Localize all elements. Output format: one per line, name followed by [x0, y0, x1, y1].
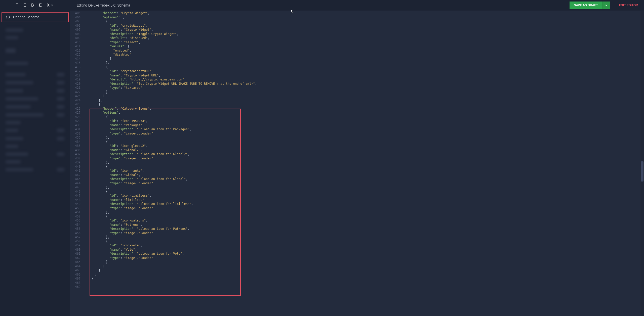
- code-line[interactable]: "description": "Toggle Crypto Widget",: [84, 32, 644, 36]
- code-editor[interactable]: 4034044054064074084094104114124134144154…: [70, 11, 644, 316]
- code-line[interactable]: }: [84, 268, 644, 273]
- code-line[interactable]: "description": "Upload an icon for Packa…: [84, 127, 644, 131]
- code-line[interactable]: },: [84, 98, 644, 103]
- code-line[interactable]: "type": "textarea": [84, 86, 644, 90]
- code-line[interactable]: "default": "https://crypto.nexusdevs.com…: [84, 77, 644, 82]
- code-line[interactable]: "id": "icon-global2",: [84, 144, 644, 148]
- line-number-gutter: 4034044054064074084094104114124134144154…: [70, 11, 83, 316]
- code-line[interactable]: "header": "Category Icons",: [84, 107, 644, 111]
- code-line[interactable]: "id": "cryptoWidgetURL",: [84, 69, 644, 73]
- change-schema-label: Change Schema: [13, 15, 39, 19]
- code-line[interactable]: "name": "Global2",: [84, 148, 644, 152]
- code-line[interactable]: "id": "icon-1950953",: [84, 119, 644, 123]
- code-line[interactable]: "description": "Upload an icon for limit…: [84, 202, 644, 206]
- code-line[interactable]: "name": "Global",: [84, 173, 644, 177]
- topbar: T E B E X™ Editing Deluxe Tebex 5.0: Sch…: [0, 0, 644, 11]
- exit-editor-button[interactable]: EXIT EDITOR: [613, 2, 644, 9]
- code-line[interactable]: "name": "Vote",: [84, 248, 644, 252]
- code-line[interactable]: "type": "image-uploader": [84, 156, 644, 161]
- code-line[interactable]: "id": "icon-vote",: [84, 243, 644, 248]
- code-line[interactable]: {: [84, 165, 644, 169]
- code-line[interactable]: "values": [: [84, 44, 644, 49]
- code-line[interactable]: },: [84, 210, 644, 214]
- code-icon: [6, 15, 10, 19]
- chevron-down-icon: [605, 4, 608, 7]
- code-line[interactable]: {: [84, 190, 644, 194]
- sidebar: Change Schema: [0, 11, 70, 316]
- code-line[interactable]: "description": "Set Crypto Widget URL (M…: [84, 82, 644, 86]
- code-line[interactable]: },: [84, 185, 644, 190]
- code-line[interactable]: {: [84, 115, 644, 119]
- code-line[interactable]: "type": "image-uploader": [84, 206, 644, 210]
- code-line[interactable]: },: [84, 136, 644, 140]
- code-line[interactable]: {: [84, 239, 644, 244]
- code-line[interactable]: ]: [84, 264, 644, 268]
- code-content[interactable]: "header": "Crypto Widget", "options": [ …: [83, 11, 644, 316]
- code-line[interactable]: {: [84, 19, 644, 24]
- code-line[interactable]: [84, 285, 644, 289]
- scrollbar-thumb[interactable]: [641, 161, 643, 182]
- code-line[interactable]: "description": "Upload an icon for Patro…: [84, 227, 644, 231]
- code-line[interactable]: {: [84, 140, 644, 144]
- code-line[interactable]: "name": "Patrons",: [84, 223, 644, 227]
- code-line[interactable]: "description": "Upload an icon for Vote"…: [84, 252, 644, 256]
- code-line[interactable]: },: [84, 235, 644, 239]
- code-line[interactable]: ]: [84, 273, 644, 277]
- sidebar-blurred-content: [0, 24, 70, 316]
- topbar-left: T E B E X™ Editing Deluxe Tebex 5.0: Sch…: [0, 0, 130, 11]
- code-line[interactable]: {: [84, 102, 644, 107]
- code-line[interactable]: }: [84, 260, 644, 264]
- vertical-scrollbar[interactable]: [640, 11, 644, 316]
- save-as-draft-button[interactable]: SAVE AS DRAFT: [570, 2, 602, 9]
- code-line[interactable]: "name": "Packages",: [84, 123, 644, 127]
- code-line[interactable]: "id": "icon-limitless",: [84, 194, 644, 198]
- code-line[interactable]: "header": "Crypto Widget",: [84, 11, 644, 15]
- change-schema-item[interactable]: Change Schema: [2, 12, 69, 22]
- code-line[interactable]: },: [84, 61, 644, 65]
- logo-text: T E B E X: [16, 3, 52, 8]
- code-line[interactable]: "type": "image-uploader": [84, 131, 644, 136]
- code-line[interactable]: {: [84, 214, 644, 219]
- code-line[interactable]: "id": "icon-ranks",: [84, 169, 644, 173]
- page-title: Editing Deluxe Tebex 5.0: Schema: [70, 3, 130, 7]
- logo-tm: ™: [51, 4, 55, 7]
- code-line[interactable]: ]: [84, 57, 644, 61]
- save-dropdown-button[interactable]: [602, 2, 610, 9]
- code-line[interactable]: "id": "icon-patrons",: [84, 218, 644, 223]
- editor-inner: 4034044054064074084094104114124134144154…: [70, 11, 644, 316]
- code-line[interactable]: [84, 281, 644, 285]
- code-line[interactable]: "type": "select",: [84, 40, 644, 44]
- code-line[interactable]: "options": [: [84, 111, 644, 115]
- logo: T E B E X™: [0, 0, 70, 11]
- code-line[interactable]: "name": "limitless",: [84, 198, 644, 202]
- code-line[interactable]: "description": "Upload an icon for Globa…: [84, 177, 644, 181]
- code-line[interactable]: "type": "image-uploader": [84, 231, 644, 235]
- code-line[interactable]: "default": "disabled",: [84, 36, 644, 40]
- code-line[interactable]: "disabled": [84, 53, 644, 57]
- code-line[interactable]: "name": "Crypto Widget",: [84, 28, 644, 32]
- code-line[interactable]: "type": "image-uploader": [84, 181, 644, 186]
- code-line[interactable]: }: [84, 90, 644, 94]
- code-line[interactable]: {: [84, 65, 644, 69]
- main: Change Schema 40340440540640740840941041…: [0, 11, 644, 316]
- code-line[interactable]: "name": "Crypto Widget URL",: [84, 73, 644, 78]
- code-line[interactable]: "id": "cryptoWidget",: [84, 24, 644, 28]
- code-line[interactable]: ]: [84, 94, 644, 98]
- code-line[interactable]: },: [84, 160, 644, 165]
- code-line[interactable]: "enabled",: [84, 49, 644, 53]
- code-line[interactable]: }: [84, 277, 644, 281]
- topbar-right: SAVE AS DRAFT EXIT EDITOR: [570, 0, 644, 11]
- code-line[interactable]: "description": "Upload an icon for Globa…: [84, 152, 644, 156]
- code-line[interactable]: "type": "image-uploader": [84, 256, 644, 260]
- mouse-cursor: [291, 9, 294, 13]
- code-line[interactable]: "options": [: [84, 15, 644, 20]
